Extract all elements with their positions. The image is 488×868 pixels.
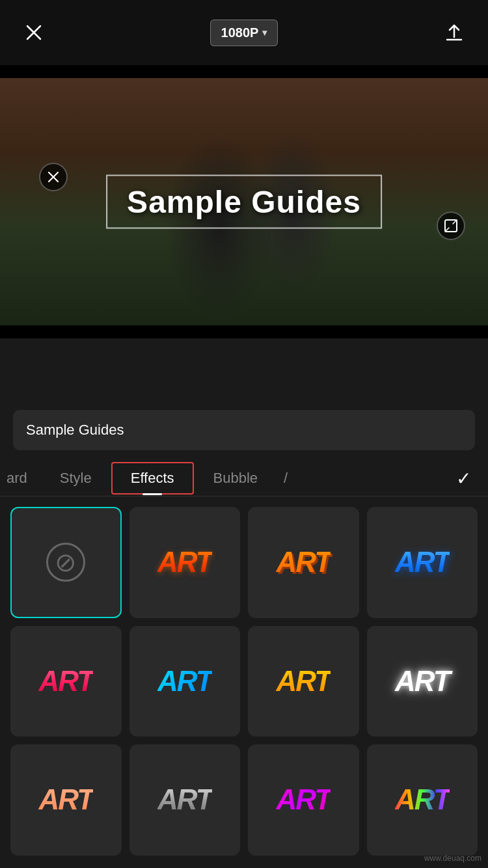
effect-silver[interactable]: ART	[129, 744, 241, 856]
tab-slash[interactable]: /	[277, 461, 301, 496]
effect-gold[interactable]: ART	[248, 626, 359, 737]
tab-effects-label: Effects	[131, 470, 174, 486]
effect-orange-shadow-label: ART	[276, 546, 331, 578]
top-bar: 1080P ▾	[0, 0, 488, 65]
effect-cyan[interactable]: ART	[129, 626, 241, 737]
effect-magenta-label: ART	[276, 783, 331, 816]
effect-multicolor-label: ART	[395, 783, 450, 816]
tab-effects[interactable]: Effects	[111, 462, 194, 495]
effect-magenta[interactable]: ART	[248, 744, 359, 856]
no-effect-icon: ⊘	[46, 543, 85, 582]
text-input-bar[interactable]: Sample Guides	[13, 410, 475, 450]
chevron-down-icon: ▾	[262, 27, 267, 38]
tab-style-label: Style	[60, 470, 92, 486]
confirm-button[interactable]: ✓	[446, 461, 481, 496]
effect-pink-label: ART	[38, 665, 93, 698]
effect-fire-label: ART	[157, 546, 212, 578]
effect-none[interactable]: ⊘	[10, 507, 122, 618]
tab-ard-label: ard	[7, 470, 27, 486]
effect-pink[interactable]: ART	[10, 626, 122, 737]
checkmark-icon: ✓	[456, 468, 471, 489]
tab-ard-partial[interactable]: ard	[0, 461, 40, 496]
text-input-value: Sample Guides	[26, 422, 124, 438]
effect-orange-shadow[interactable]: ART	[248, 507, 359, 618]
text-delete-button[interactable]	[39, 163, 68, 191]
tab-bubble-label: Bubble	[213, 470, 258, 486]
bottom-panel: Sample Guides ard Style Effects Bubble /…	[0, 410, 488, 868]
effect-blue-label: ART	[395, 546, 450, 578]
overlay-text: Sample Guides	[127, 185, 361, 219]
effect-cyan-label: ART	[157, 665, 212, 698]
video-background: Sample Guides	[0, 78, 488, 325]
text-resize-button[interactable]	[437, 211, 465, 240]
effect-blue[interactable]: ART	[367, 507, 478, 618]
effects-grid: ⊘ ART ART ART ART ART ART ART ART ART	[0, 496, 488, 866]
video-preview: Sample Guides	[0, 65, 488, 338]
effect-gold-label: ART	[276, 665, 331, 698]
effect-white-glow-label: ART	[395, 665, 450, 698]
tabs-row: ard Style Effects Bubble / ✓	[0, 461, 488, 496]
export-button[interactable]	[440, 18, 468, 47]
tab-style[interactable]: Style	[40, 461, 111, 496]
effect-peach[interactable]: ART	[10, 744, 122, 856]
effect-white-glow[interactable]: ART	[367, 626, 478, 737]
effect-silver-label: ART	[157, 783, 212, 816]
text-overlay-box[interactable]: Sample Guides	[106, 175, 382, 229]
watermark: www.deuaq.com	[424, 854, 481, 863]
resolution-label: 1080P	[221, 25, 259, 40]
resolution-button[interactable]: 1080P ▾	[210, 20, 278, 46]
close-button[interactable]	[20, 18, 48, 47]
effect-peach-label: ART	[38, 783, 93, 816]
timeline-gap	[0, 338, 488, 410]
effect-multicolor[interactable]: ART	[367, 744, 478, 856]
tab-slash-label: /	[284, 470, 288, 486]
tab-bubble[interactable]: Bubble	[194, 461, 278, 496]
effect-fire[interactable]: ART	[129, 507, 241, 618]
